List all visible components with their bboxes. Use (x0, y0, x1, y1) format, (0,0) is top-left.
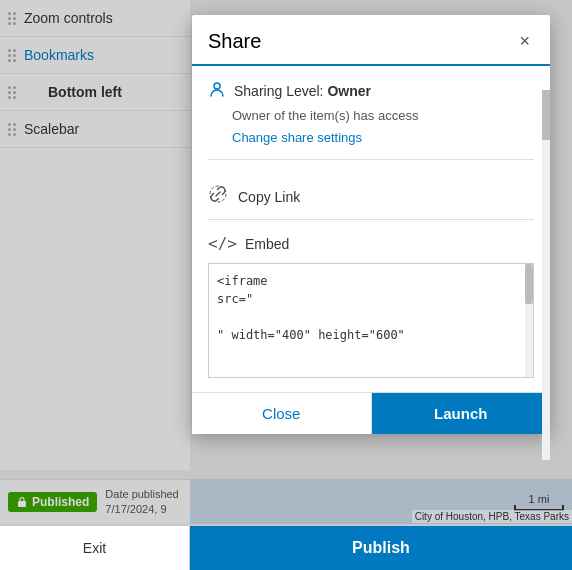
sharing-level-text: Sharing Level: Owner (234, 83, 371, 99)
close-modal-x-button[interactable]: × (515, 29, 534, 54)
modal-footer: Close Launch (192, 392, 550, 434)
copy-link-section[interactable]: Copy Link (208, 174, 534, 220)
embed-section: </> Embed <iframe src=" " width="400" he… (208, 234, 534, 378)
embed-header: </> Embed (208, 234, 534, 253)
embed-bracket-icon: </> (208, 234, 237, 253)
sharing-desc: Owner of the item(s) has access (232, 108, 534, 123)
person-icon (208, 80, 226, 102)
exit-button[interactable]: Exit (0, 526, 190, 571)
bottom-bar: Exit Publish (0, 525, 572, 570)
change-share-settings-link[interactable]: Change share settings (232, 130, 362, 145)
share-modal: Share × Sharing Level: Owner Owner of th… (192, 15, 550, 434)
publish-button[interactable]: Publish (190, 526, 572, 571)
embed-scrollbar[interactable] (525, 264, 533, 377)
embed-scrollbar-thumb (525, 264, 533, 304)
modal-title: Share (208, 30, 261, 53)
modal-scrollbar-thumb (542, 90, 550, 140)
modal-header: Share × (192, 15, 550, 66)
embed-code-wrapper: <iframe src=" " width="400" height="600" (208, 263, 534, 378)
modal-body: Sharing Level: Owner Owner of the item(s… (192, 66, 550, 392)
sharing-section: Sharing Level: Owner Owner of the item(s… (208, 80, 534, 160)
link-icon (208, 184, 228, 209)
embed-textarea[interactable]: <iframe src=" " width="400" height="600" (209, 264, 533, 377)
svg-point-1 (214, 83, 220, 89)
launch-button[interactable]: Launch (372, 393, 551, 434)
modal-scrollbar[interactable] (542, 90, 550, 460)
sharing-level-row: Sharing Level: Owner (208, 80, 534, 102)
embed-title: Embed (245, 236, 289, 252)
copy-link-text[interactable]: Copy Link (238, 189, 300, 205)
close-button[interactable]: Close (192, 393, 372, 434)
